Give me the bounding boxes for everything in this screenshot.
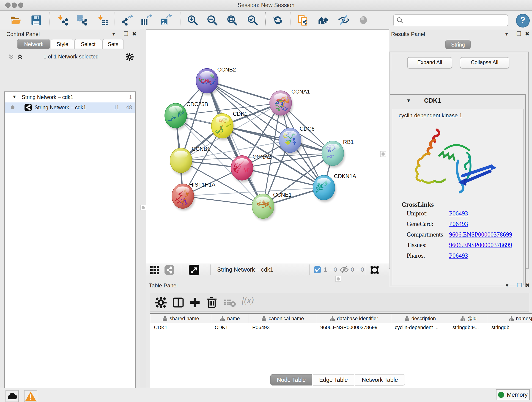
delete-column-icon[interactable] [206, 296, 218, 309]
network-row-selected[interactable]: String Network – cdk1 11 48 [5, 102, 135, 113]
tree-expander-icon[interactable]: ▼ [12, 94, 17, 99]
network-view-share-icon[interactable] [165, 265, 174, 275]
gene-card-header[interactable]: ▼ CDK1 [390, 95, 525, 108]
hide-selected-icon[interactable] [337, 14, 349, 26]
table-cell[interactable]: 9606.ENSP00000378699 [317, 325, 391, 331]
table-cell[interactable]: P06493 [249, 325, 317, 331]
import-network-file-icon[interactable] [56, 14, 68, 26]
crosslink-link[interactable]: 9606.ENSP00000378699 [449, 242, 512, 249]
collapse-all-button[interactable]: Collapse All [460, 57, 509, 69]
open-session-icon[interactable] [10, 14, 22, 26]
memory-button[interactable]: Memory [496, 389, 530, 400]
expand-all-button[interactable]: Expand All [407, 57, 452, 69]
crosslink-link[interactable]: 9606.ENSP00000378699 [449, 231, 512, 238]
navigate-crosshair-icon[interactable] [369, 264, 380, 275]
network-node-CCNA2[interactable]: CCNA2 [231, 153, 271, 182]
crosslink-label: GeneCard: [407, 220, 433, 228]
network-node-CCNE1[interactable]: CCNE1 [252, 191, 292, 221]
column-header-namespace[interactable]: namespace [488, 314, 532, 323]
float-panel-icon[interactable]: ❐ [517, 282, 522, 289]
tab-network[interactable]: Network [17, 39, 51, 49]
close-panel-icon[interactable]: ✖ [525, 31, 530, 37]
tab-sets[interactable]: Sets [102, 39, 124, 49]
table-cell[interactable]: stringdb [488, 325, 532, 331]
right-splitter-handle[interactable] [380, 151, 386, 157]
table-cell[interactable]: CDK1 [150, 325, 211, 331]
warnings-button[interactable] [24, 390, 37, 402]
import-network-database-icon[interactable] [75, 14, 87, 26]
selected-nodes-checkbox-icon[interactable] [314, 266, 321, 273]
table-cell[interactable]: cyclin-dependent ... [391, 325, 449, 331]
network-node-CCNB2[interactable]: CCNB2 [196, 66, 236, 95]
help-icon[interactable]: ? [516, 14, 530, 27]
zoom-out-icon[interactable] [206, 14, 218, 26]
table-options-gear-icon[interactable] [155, 296, 167, 309]
tab-edge-table[interactable]: Edge Table [313, 374, 354, 385]
table-cell[interactable]: CDK1 [211, 325, 249, 331]
save-session-icon[interactable] [30, 14, 42, 26]
network-collection-row[interactable]: ▼ String Network – cdk1 1 [5, 92, 135, 103]
crosslink-link[interactable]: P06493 [449, 220, 468, 228]
export-image-icon[interactable] [160, 14, 172, 26]
clone-network-icon[interactable] [297, 14, 309, 26]
column-header-database-identifier[interactable]: database identifier [317, 314, 391, 323]
collapse-section-icon[interactable]: ▼ [406, 98, 411, 103]
expand-all-tree-icon[interactable] [17, 53, 23, 60]
network-canvas[interactable]: CCNB2CCNA1CDC25BCDK1CDC6RB1CCNB1CCNA2CDK… [146, 29, 389, 263]
node-label: CCNB1 [192, 146, 210, 152]
grid-view-icon[interactable] [150, 265, 159, 275]
network-edge-CDK1-RB1[interactable] [222, 126, 333, 153]
network-options-gear-icon[interactable] [126, 53, 134, 61]
column-header-name[interactable]: name [211, 314, 249, 323]
column-header-description[interactable]: description [391, 314, 449, 323]
search-input[interactable] [406, 16, 505, 25]
collapse-all-tree-icon[interactable] [8, 53, 15, 60]
bottom-splitter-handle[interactable] [336, 276, 341, 282]
crosslink-row: Pharos: P06493 [392, 252, 523, 263]
network-node-CDC25B[interactable]: CDC25B [165, 101, 208, 130]
tab-string[interactable]: String [445, 40, 471, 49]
refresh-icon[interactable] [272, 14, 284, 26]
network-node-CCNA1[interactable]: CCNA1 [270, 89, 310, 117]
column-header-canonical-name[interactable]: canonical name [249, 314, 317, 323]
export-table-icon[interactable] [140, 14, 152, 26]
crosslink-link[interactable]: P06493 [449, 210, 468, 217]
close-panel-icon[interactable]: ✖ [525, 282, 530, 289]
first-neighbors-icon[interactable] [317, 14, 329, 26]
float-panel-icon[interactable]: ❐ [123, 31, 128, 37]
zoom-selected-icon[interactable] [247, 14, 259, 26]
tab-node-table[interactable]: Node Table [270, 374, 312, 385]
network-node-RB1[interactable]: RB1 [322, 139, 354, 168]
network-node-CDKN1A[interactable]: CDKN1A [313, 173, 356, 202]
float-menu-icon[interactable]: ▾ [505, 31, 508, 37]
zoom-in-icon[interactable] [186, 14, 198, 26]
float-menu-icon[interactable]: ▾ [112, 31, 115, 37]
export-network-icon[interactable] [121, 14, 133, 26]
column-header-shared-name[interactable]: shared name [150, 314, 211, 323]
tab-style[interactable]: Style [51, 39, 74, 49]
show-all-icon[interactable] [357, 14, 369, 26]
cloud-status-button[interactable] [6, 390, 19, 402]
network-node-HIST1H1A[interactable]: HIST1H1A [172, 182, 215, 211]
control-panel: Control Panel ▾ ❐ ✖ Network Style Select… [0, 29, 140, 388]
column-label: database identifier [337, 316, 378, 322]
crosslink-link[interactable]: P06493 [449, 252, 468, 259]
table-cell[interactable]: stringdb:9... [449, 325, 488, 331]
birds-eye-view-icon[interactable] [189, 265, 199, 275]
close-panel-icon[interactable]: ✖ [132, 31, 137, 37]
network-edge-CCNB2-CCNE1[interactable] [207, 81, 263, 206]
float-menu-icon[interactable]: ▾ [506, 282, 508, 289]
crosslinks-title: CrossLinks [401, 201, 434, 208]
tab-select[interactable]: Select [75, 39, 102, 49]
memory-label: Memory [507, 391, 527, 398]
add-column-icon[interactable] [189, 296, 201, 309]
float-panel-icon[interactable]: ❐ [516, 31, 521, 37]
network-node-CCNB1[interactable]: CCNB1 [170, 146, 210, 175]
title-bar: Session: New Session [0, 0, 532, 11]
import-table-file-icon[interactable] [96, 14, 108, 26]
left-splitter-handle[interactable] [140, 205, 146, 211]
tab-network-table[interactable]: Network Table [355, 374, 405, 385]
zoom-fit-icon[interactable] [226, 14, 238, 26]
show-columns-icon[interactable] [172, 296, 184, 309]
column-header--id[interactable]: @id [449, 314, 488, 323]
